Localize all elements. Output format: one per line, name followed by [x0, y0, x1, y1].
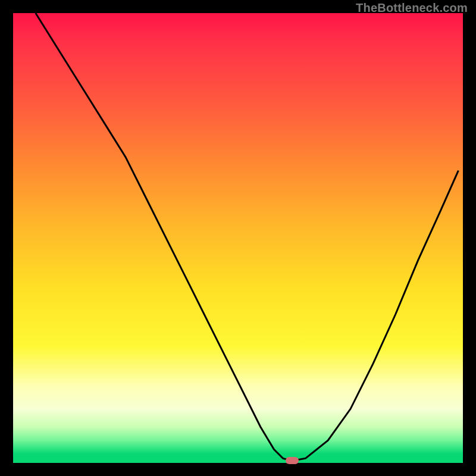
plot-area [13, 13, 463, 463]
bottleneck-curve [13, 13, 463, 463]
plot-inner [13, 13, 463, 463]
curve-path [36, 13, 459, 461]
chart-frame: TheBottleneck.com [0, 0, 476, 476]
watermark-text: TheBottleneck.com [356, 1, 468, 15]
optimal-marker [286, 457, 299, 464]
